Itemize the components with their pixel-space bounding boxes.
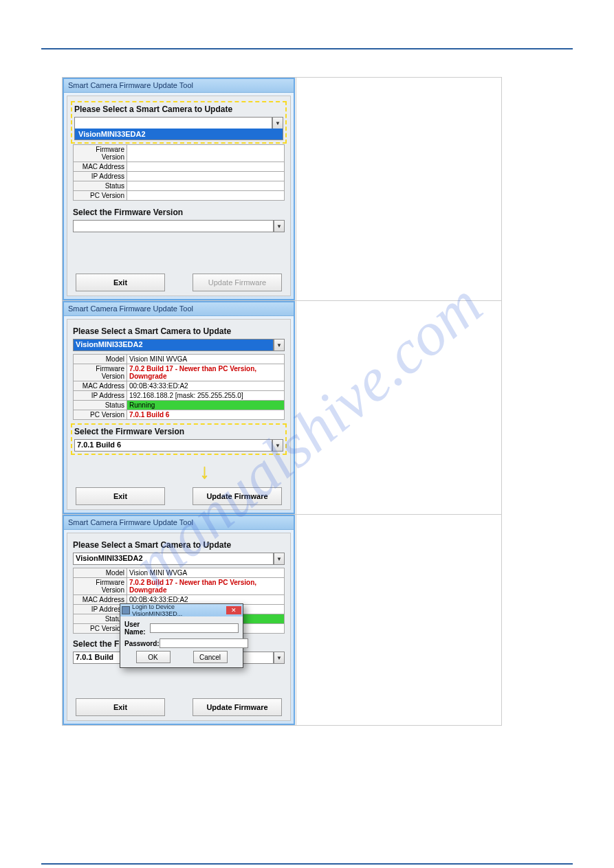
username-field[interactable] bbox=[150, 623, 239, 633]
arrow-down-icon: ↓ bbox=[199, 460, 210, 483]
row-value bbox=[127, 162, 285, 172]
password-label: Password: bbox=[124, 640, 160, 647]
login-title: Login to Device VisionMINI33ED... bbox=[132, 603, 226, 617]
chevron-down-icon[interactable]: ▼ bbox=[274, 652, 285, 664]
row-value bbox=[127, 172, 285, 181]
chevron-down-icon[interactable]: ▼ bbox=[274, 553, 285, 565]
window-icon bbox=[122, 606, 130, 614]
row-label: Firmware Version bbox=[74, 145, 127, 162]
close-icon[interactable]: ✕ bbox=[226, 606, 241, 614]
username-label: User Name: bbox=[124, 621, 150, 636]
device-info-table: Firmware Version MAC Address IP Address … bbox=[73, 144, 285, 201]
titlebar: Smart Camera Firmware Update Tool bbox=[64, 79, 294, 93]
camera-dropdown[interactable]: VisionMINI33EDA2 ▼ bbox=[73, 553, 285, 565]
firmware-dropdown[interactable]: ▼ bbox=[73, 220, 285, 232]
firmware-dropdown[interactable]: 7.0.1 Build 6 ▼ bbox=[74, 439, 283, 452]
update-tool-window-3: Smart Camera Firmware Update Tool Please… bbox=[63, 515, 295, 725]
row-label: IP Address bbox=[74, 172, 127, 181]
titlebar: Smart Camera Firmware Update Tool bbox=[64, 302, 294, 316]
chevron-down-icon[interactable]: ▼ bbox=[274, 339, 285, 351]
select-camera-label: Please Select a Smart Camera to Update bbox=[73, 326, 285, 336]
camera-dropdown[interactable]: VisionMINI33EDA2 ▼ bbox=[73, 339, 285, 351]
titlebar: Smart Camera Firmware Update Tool bbox=[64, 516, 294, 530]
firmware-select-highlight: Select the Firmware Version 7.0.1 Build … bbox=[71, 423, 287, 455]
camera-selected: VisionMINI33EDA2 bbox=[73, 339, 274, 351]
device-info-table: ModelVision MINI WVGA Firmware Version7.… bbox=[73, 354, 285, 420]
camera-select-highlight: Please Select a Smart Camera to Update ▼… bbox=[71, 101, 287, 144]
header-rule bbox=[41, 48, 573, 49]
password-field[interactable] bbox=[160, 638, 248, 648]
screenshot-table: Smart Camera Firmware Update Tool Please… bbox=[62, 77, 502, 726]
exit-button[interactable]: Exit bbox=[76, 698, 165, 716]
row-value bbox=[127, 191, 285, 201]
select-fw-label: Select the Firmware Version bbox=[73, 208, 285, 217]
firmware-selected: 7.0.1 Build 6 bbox=[74, 439, 272, 452]
chevron-down-icon[interactable]: ▼ bbox=[274, 220, 285, 232]
row-label: PC Version bbox=[74, 191, 127, 201]
chevron-down-icon[interactable]: ▼ bbox=[272, 117, 283, 129]
update-firmware-button: Update Firmware bbox=[193, 274, 282, 291]
select-camera-label: Please Select a Smart Camera to Update bbox=[74, 104, 283, 114]
update-tool-window-2: Smart Camera Firmware Update Tool Please… bbox=[63, 301, 295, 514]
update-tool-window-1: Smart Camera Firmware Update Tool Please… bbox=[63, 78, 295, 300]
row-label: MAC Address bbox=[74, 162, 127, 172]
dropdown-item-camera[interactable]: VisionMINI33EDA2 bbox=[74, 129, 283, 140]
update-firmware-button[interactable]: Update Firmware bbox=[193, 698, 282, 716]
camera-dropdown[interactable]: ▼ bbox=[74, 117, 283, 129]
row-label: Status bbox=[74, 181, 127, 191]
exit-button[interactable]: Exit bbox=[76, 487, 165, 505]
select-camera-label: Please Select a Smart Camera to Update bbox=[73, 540, 285, 550]
select-fw-label: Select the Firmware Version bbox=[74, 427, 283, 436]
camera-selected: VisionMINI33EDA2 bbox=[73, 553, 274, 565]
exit-button[interactable]: Exit bbox=[76, 274, 165, 291]
chevron-down-icon[interactable]: ▼ bbox=[272, 439, 283, 452]
row-value bbox=[127, 145, 285, 162]
footer-rule bbox=[41, 863, 573, 865]
row-value bbox=[127, 181, 285, 191]
update-firmware-button[interactable]: Update Firmware bbox=[193, 487, 282, 505]
cancel-button[interactable]: Cancel bbox=[193, 651, 228, 663]
ok-button[interactable]: OK bbox=[136, 651, 171, 663]
login-dialog: Login to Device VisionMINI33ED... ✕ User… bbox=[120, 603, 243, 668]
